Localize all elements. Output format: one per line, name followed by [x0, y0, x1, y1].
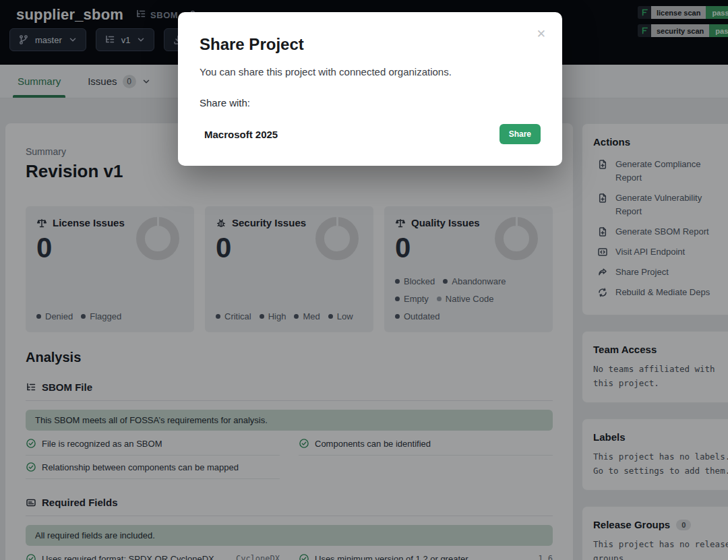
modal-description: You can share this project with connecte… [200, 66, 541, 77]
modal-title: Share Project [200, 35, 541, 54]
share-button[interactable]: Share [499, 124, 541, 144]
share-org-row: Macrosoft 2025 Share [200, 124, 541, 144]
close-icon[interactable]: ✕ [537, 28, 546, 40]
organization-name: Macrosoft 2025 [204, 129, 278, 140]
share-with-label: Share with: [200, 97, 541, 108]
share-project-modal: ✕ Share Project You can share this proje… [178, 12, 562, 166]
